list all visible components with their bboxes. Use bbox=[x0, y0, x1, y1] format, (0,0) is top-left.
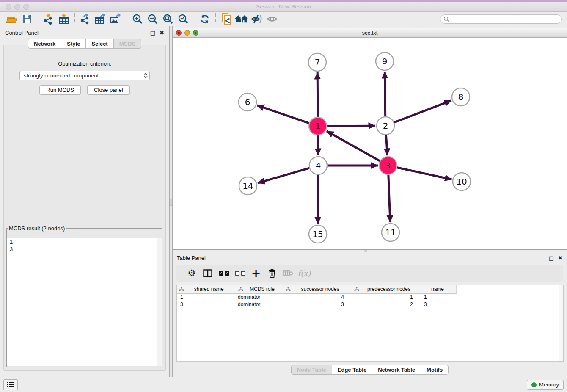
node-table: shared nameMCDS rolesuccessor nodesprede… bbox=[176, 285, 564, 362]
function-builder-icon[interactable]: f(x) bbox=[296, 266, 312, 280]
float-table-panel-icon[interactable]: □ bbox=[549, 255, 554, 261]
memory-button[interactable]: Memory bbox=[527, 380, 564, 390]
memory-status-icon bbox=[531, 382, 537, 387]
table-cell[interactable]: 2 bbox=[352, 301, 421, 308]
table-scrollbar[interactable] bbox=[559, 285, 563, 361]
network-canvas-svg[interactable]: 7968124314101511 bbox=[173, 38, 567, 249]
settings-gear-icon[interactable]: ⚙ bbox=[184, 266, 200, 280]
hide-view-icon[interactable] bbox=[249, 13, 264, 25]
graph-edge-1-4[interactable] bbox=[318, 135, 318, 155]
network-documents-icon[interactable] bbox=[219, 13, 234, 25]
graph-edge-3-11[interactable] bbox=[388, 175, 390, 222]
graph-node-label: 9 bbox=[382, 56, 388, 66]
tab-network-table[interactable]: Network Table bbox=[372, 365, 421, 375]
table-cell[interactable]: 1 bbox=[421, 293, 456, 301]
graph-edge-3-10[interactable] bbox=[397, 168, 451, 179]
toolbar-separator bbox=[194, 13, 194, 25]
tab-style[interactable]: Style bbox=[61, 39, 86, 49]
tab-node-table[interactable]: Node Table bbox=[291, 365, 332, 375]
column-header-predecessor-nodes[interactable]: predecessor nodes bbox=[352, 285, 421, 293]
import-table-icon[interactable] bbox=[56, 13, 72, 25]
close-panel-button[interactable]: Close panel bbox=[87, 85, 130, 95]
divider-grip[interactable] bbox=[170, 199, 172, 206]
graph-edge-3-1[interactable] bbox=[327, 131, 380, 161]
panel-split-divider[interactable] bbox=[169, 26, 173, 377]
zoom-fit-icon[interactable] bbox=[160, 13, 176, 25]
zoom-out-icon[interactable] bbox=[145, 13, 160, 25]
tab-network[interactable]: Network bbox=[28, 39, 61, 49]
close-panel-icon[interactable]: ✖ bbox=[160, 30, 164, 36]
graph-edge-1-6[interactable] bbox=[257, 105, 309, 123]
select-all-icon[interactable]: ✓✓ bbox=[216, 266, 232, 280]
search-field[interactable] bbox=[440, 14, 562, 24]
table-cell[interactable]: 1 bbox=[352, 293, 421, 301]
show-view-icon[interactable] bbox=[264, 13, 280, 25]
search-input[interactable] bbox=[451, 15, 561, 23]
table-row[interactable]: 3dominator323 bbox=[177, 301, 456, 308]
graph-edge-4-14[interactable] bbox=[258, 168, 309, 183]
column-header-successor-nodes[interactable]: successor nodes bbox=[283, 285, 352, 293]
zoom-selected-icon[interactable] bbox=[176, 13, 191, 25]
network-window-titlebar[interactable]: × − + scc.txt bbox=[173, 28, 567, 38]
float-panel-icon[interactable]: □ bbox=[150, 30, 155, 36]
delete-column-icon[interactable] bbox=[264, 266, 280, 280]
column-header-name[interactable]: name bbox=[421, 285, 456, 293]
graph-edge-1-7[interactable] bbox=[317, 72, 318, 117]
tab-select[interactable]: Select bbox=[86, 39, 113, 49]
graph-edge-1-2[interactable] bbox=[327, 126, 375, 126]
node-table-grid: shared nameMCDS rolesuccessor nodesprede… bbox=[177, 285, 457, 308]
graph-edge-2-9[interactable] bbox=[385, 72, 385, 116]
export-table-icon[interactable] bbox=[93, 13, 108, 25]
mcds-panel: Optimization criterion: strongly connect… bbox=[3, 45, 166, 371]
table-row[interactable]: 1dominator411 bbox=[177, 293, 456, 301]
task-history-button[interactable] bbox=[3, 379, 18, 390]
table-cell[interactable]: 3 bbox=[177, 301, 236, 308]
graph-edge-4-15[interactable] bbox=[318, 175, 318, 224]
toolbar-separator bbox=[215, 13, 216, 25]
window-title: Session: New Session bbox=[0, 3, 567, 10]
zoom-in-icon[interactable] bbox=[130, 13, 145, 25]
refresh-icon[interactable] bbox=[197, 13, 212, 25]
export-image-icon[interactable] bbox=[108, 13, 124, 25]
column-header-shared-name[interactable]: shared name bbox=[177, 285, 236, 293]
delete-table-icon[interactable] bbox=[280, 266, 296, 280]
table-cell[interactable]: dominator bbox=[236, 301, 283, 308]
window-titlebar: Session: New Session bbox=[0, 0, 567, 12]
network-maximize-icon[interactable]: + bbox=[193, 30, 198, 36]
deselect-all-icon[interactable] bbox=[232, 266, 248, 280]
graph-node-label: 4 bbox=[316, 160, 321, 171]
export-network-icon[interactable] bbox=[78, 13, 93, 25]
open-folder-icon[interactable] bbox=[4, 13, 19, 25]
toolbar-separator bbox=[38, 13, 38, 25]
graph-node-label: 10 bbox=[456, 177, 467, 187]
criterion-dropdown[interactable]: strongly connected component bbox=[19, 71, 150, 80]
save-icon[interactable] bbox=[19, 13, 35, 25]
network-minimize-icon[interactable]: − bbox=[184, 30, 190, 36]
table-header-row: shared nameMCDS rolesuccessor nodesprede… bbox=[177, 285, 456, 293]
column-header-mcds-role[interactable]: MCDS role bbox=[236, 285, 283, 293]
graph-edge-2-3[interactable] bbox=[386, 135, 387, 155]
table-cell[interactable]: 3 bbox=[283, 301, 352, 308]
tab-edge-table[interactable]: Edge Table bbox=[332, 365, 372, 375]
network-close-icon[interactable]: × bbox=[176, 30, 182, 36]
result-scrollbar[interactable] bbox=[157, 238, 162, 366]
run-mcds-button[interactable]: Run MCDS bbox=[39, 85, 81, 95]
table-toolbar: ⚙ ✓✓ + f(x) bbox=[176, 265, 563, 282]
toggle-pane-icon[interactable] bbox=[200, 266, 216, 280]
home-icon[interactable] bbox=[234, 13, 249, 25]
add-column-icon[interactable]: + bbox=[248, 266, 264, 280]
graph-node-label: 3 bbox=[385, 160, 391, 171]
graph-edge-2-8[interactable] bbox=[394, 101, 451, 123]
table-cell[interactable]: 4 bbox=[283, 293, 352, 301]
dropdown-stepper-icon bbox=[144, 73, 148, 78]
search-icon bbox=[443, 16, 449, 22]
tab-motifs[interactable]: Motifs bbox=[421, 365, 449, 375]
table-cell[interactable]: dominator bbox=[236, 293, 283, 301]
table-cell[interactable]: 3 bbox=[421, 301, 456, 308]
mcds-result-list[interactable]: 13 bbox=[7, 238, 162, 366]
table-cell[interactable]: 1 bbox=[177, 293, 236, 301]
import-network-icon[interactable] bbox=[41, 13, 56, 25]
tab-mcds[interactable]: MCDS bbox=[114, 39, 141, 49]
close-table-panel-icon[interactable]: ✖ bbox=[558, 255, 563, 261]
table-body: 1dominator4113dominator323 bbox=[177, 293, 456, 308]
